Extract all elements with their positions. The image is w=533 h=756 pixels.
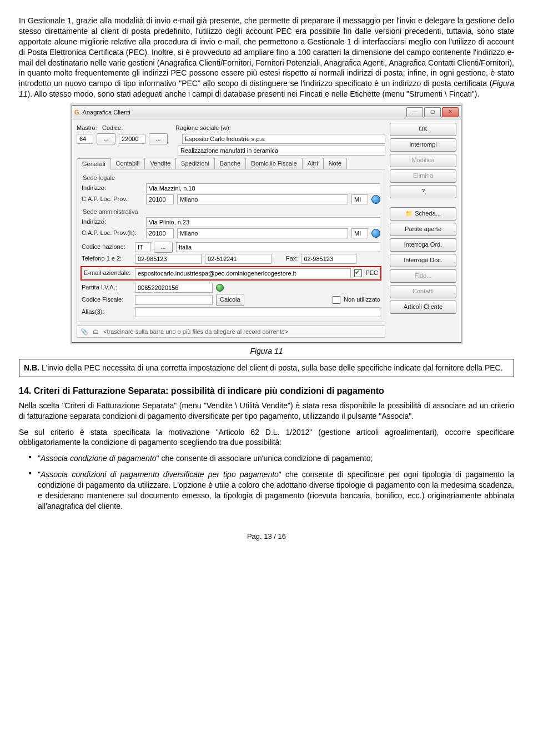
pec-checkbox[interactable] [354, 269, 362, 277]
indirizzo2-label: Indirizzo: [82, 218, 143, 226]
bullet-1-rest: che consente di associare un'unica condi… [159, 454, 373, 463]
section-14-p2: Se sul criterio è stata specificata la m… [19, 427, 514, 448]
check-icon [216, 284, 224, 292]
indirizzo1-label: Indirizzo: [82, 184, 143, 192]
naz-desc-input[interactable] [176, 242, 380, 252]
minimize-button[interactable]: — [406, 107, 423, 117]
caplocprov2-label: C.A.P. Loc. Prov.(h): [82, 229, 143, 237]
cap1-input[interactable] [146, 194, 174, 204]
nb-text: L'invio della PEC necessita di una corre… [39, 363, 503, 372]
alias-input[interactable] [135, 307, 380, 317]
help-button[interactable]: ? [390, 185, 456, 198]
email-highlight-box: E-mail aziendale: PEC [81, 266, 381, 281]
tab-generali[interactable]: Generali [77, 158, 111, 169]
loc2-input[interactable] [177, 228, 348, 238]
naz-code-input[interactable] [135, 242, 150, 252]
paragraph-1-text: In Gestionale 1, grazie alla modalità di… [19, 16, 514, 88]
maximize-button[interactable]: ▢ [424, 107, 441, 117]
anagrafica-window: G Anagrafica Clienti — ▢ ✕ Mastro: Codic… [72, 105, 461, 343]
clip-icon: 📎 [81, 328, 88, 336]
caplocprov1-label: C.A.P. Loc. Prov.: [82, 195, 143, 203]
nonutil-checkbox[interactable] [333, 296, 340, 304]
loc1-input[interactable] [177, 194, 348, 204]
nb-box: N.B. L'invio della PEC necessita di una … [19, 359, 514, 377]
globe-icon[interactable] [371, 195, 380, 204]
nb-lead: N.B. [24, 363, 39, 372]
cap2-input[interactable] [146, 228, 174, 238]
ragione-label: Ragione sociale (w): [175, 124, 231, 131]
folder-icon: 📁 [405, 210, 413, 217]
section-14-p1: Nella scelta "Criteri di Fatturazione Se… [19, 400, 514, 422]
tab-vendite[interactable]: Vendite [144, 158, 176, 169]
codice-label: Codice: [102, 124, 123, 131]
window-title: Anagrafica Clienti [83, 108, 130, 117]
paragraph-1-tail: ). Allo stesso modo, sono stati adeguati… [28, 89, 480, 98]
calcola-button[interactable]: Calcola [216, 294, 244, 306]
tab-altri[interactable]: Altri [302, 158, 324, 169]
elimina-button[interactable]: Elimina [390, 169, 456, 183]
partite-button[interactable]: Partite aperte [390, 223, 456, 236]
attach-add-icon: 🗂 [93, 328, 99, 336]
contatti-button[interactable]: Contatti [390, 285, 456, 298]
drag-hint: <trascinare sulla barra uno o più files … [103, 328, 381, 336]
sede-amm-label: Sede amministrativa [83, 208, 380, 216]
figure-caption: Figura 11 [19, 346, 514, 357]
scheda-button[interactable]: 📁 Scheda... [390, 207, 456, 221]
interroga-ord-button[interactable]: Interroga Ord. [390, 238, 456, 252]
page-number: Pag. 13 / 16 [19, 532, 514, 542]
ragione1-input[interactable] [182, 134, 385, 144]
mastro-label: Mastro: [77, 124, 97, 131]
interrompi-button[interactable]: Interrompi [390, 138, 456, 152]
prov1-input[interactable] [351, 194, 368, 204]
sede-legale-label: Sede legale [83, 174, 380, 182]
pec-label: PEC [365, 269, 378, 277]
bullet-1: "Associa condizione di pagamento" che co… [29, 453, 514, 464]
piva-input[interactable] [135, 283, 213, 293]
articoli-cliente-button[interactable]: Articoli Cliente [390, 301, 456, 314]
codnaz-label: Codice nazione: [82, 243, 132, 251]
mastro-input[interactable] [77, 134, 93, 144]
bullet-list: "Associa condizione di pagamento" che co… [29, 453, 514, 511]
paragraph-1: In Gestionale 1, grazie alla modalità di… [19, 16, 514, 99]
bullet-1-lead: Associa condizione di pagamento [41, 454, 157, 463]
close-button[interactable]: ✕ [442, 107, 459, 117]
tab-domicilio[interactable]: Domicilio Fiscale [245, 158, 303, 169]
email-label: E-mail aziendale: [84, 269, 132, 277]
cf-input[interactable] [135, 295, 213, 305]
piva-label: Partita I.V.A.: [82, 283, 132, 292]
tab-spedizioni[interactable]: Spedizioni [175, 158, 215, 169]
fax-label: Fax: [286, 254, 298, 263]
ragione2-input[interactable] [178, 146, 385, 156]
nonutil-label: Non utilizzato [344, 296, 380, 304]
telefono-label: Telefono 1 e 2: [82, 254, 132, 263]
interroga-doc-button[interactable]: Interroga Doc. [390, 254, 456, 267]
attachments-bar[interactable]: 📎 🗂 <trascinare sulla barra uno o più fi… [77, 326, 385, 338]
modifica-button[interactable]: Modifica [390, 154, 456, 167]
fax-input[interactable] [301, 254, 356, 264]
email-input[interactable] [135, 268, 351, 278]
codice-lookup-button[interactable]: ... [149, 133, 168, 144]
mastro-lookup-button[interactable]: ... [97, 133, 115, 144]
section-14-title: 14. Criteri di Fatturazione Separata: po… [19, 385, 514, 397]
tel2-input[interactable] [205, 254, 271, 264]
tel1-input[interactable] [135, 254, 202, 264]
alias-label: Alias(3): [82, 308, 132, 316]
tab-contabili[interactable]: Contabili [110, 158, 145, 169]
bullet-2-lead: Associa condizioni di pagamento diversif… [41, 470, 279, 479]
indirizzo1-input[interactable] [146, 183, 380, 193]
prov2-input[interactable] [351, 228, 368, 238]
ok-button[interactable]: OK [390, 123, 456, 136]
naz-lookup-button[interactable]: ... [154, 242, 173, 253]
tab-banche[interactable]: Banche [214, 158, 246, 169]
globe-icon[interactable] [371, 229, 380, 238]
bullet-2: "Associa condizioni di pagamento diversi… [29, 469, 514, 512]
indirizzo2-input[interactable] [146, 217, 380, 227]
fido-button[interactable]: Fido... [390, 269, 456, 283]
titlebar: G Anagrafica Clienti — ▢ ✕ [72, 106, 461, 119]
tabs: Generali Contabili Vendite Spedizioni Ba… [77, 158, 385, 169]
cf-label: Codice Fiscale: [82, 296, 132, 304]
tab-note[interactable]: Note [323, 158, 347, 169]
codice-input[interactable] [119, 134, 145, 144]
app-icon: G [74, 108, 79, 117]
